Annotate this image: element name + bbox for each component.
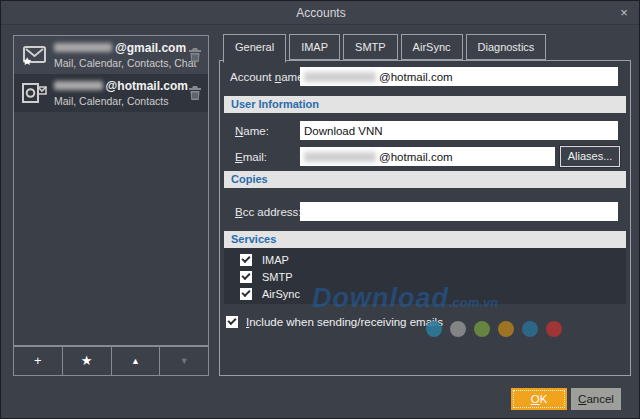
account-email: @gmail.com [54,40,188,55]
smtp-checkbox[interactable] [240,271,252,283]
aliases-button[interactable]: Aliases... [560,146,620,167]
redacted-username [54,43,112,52]
redacted-username [304,72,376,82]
watermark-dot [522,321,538,337]
account-name-input[interactable]: @hotmail.com [300,67,618,86]
dialog-title: Accounts [1,1,640,25]
tab-diagnostics[interactable]: Diagnostics [466,34,547,60]
watermark-dot [498,321,514,337]
tab-airsync[interactable]: AirSync [401,34,463,60]
service-row-smtp: SMTP [224,268,626,285]
email-input[interactable]: @hotmail.com [300,147,555,166]
account-info: @gmail.com Mail, Calendar, Contacts, Cha… [54,40,188,69]
favorite-account-button[interactable]: ★ [62,346,112,376]
airsync-label: AirSync [262,288,300,300]
service-row-imap: IMAP [224,251,626,268]
redacted-username [54,81,103,90]
move-up-button[interactable]: ▲ [111,346,161,376]
accounts-dialog: Accounts × @gmail.com Mail, Calendar, Co… [0,0,640,419]
ok-button[interactable]: OK [511,388,567,410]
section-copies: Copies [224,171,626,188]
gmail-icon [22,44,47,66]
account-name-label: Account name: [230,71,307,83]
airsync-checkbox[interactable] [240,288,252,300]
outlook-icon [22,82,47,104]
smtp-label: SMTP [262,271,293,283]
service-row-airsync: AirSync [224,285,626,302]
name-input[interactable] [300,121,618,140]
name-label: Name: [235,125,269,137]
bcc-address-label: Bcc address: [235,206,301,218]
imap-checkbox[interactable] [240,254,252,266]
redacted-username [304,152,376,162]
watermark-dot [450,321,466,337]
account-row-gmail[interactable]: @gmail.com Mail, Calendar, Contacts, Cha… [14,36,208,74]
delete-account-icon[interactable] [189,86,201,100]
include-row: Include when sending/receiving emails [226,316,443,328]
bcc-address-input[interactable] [300,202,618,221]
section-services: Services [224,231,626,248]
tab-general[interactable]: General [223,34,286,63]
account-list: @gmail.com Mail, Calendar, Contacts, Cha… [13,35,209,346]
title-bar: Accounts × [1,1,640,25]
add-account-button[interactable]: + [13,346,63,376]
delete-account-icon[interactable] [189,48,201,62]
email-label: Email: [235,151,267,163]
move-down-button[interactable]: ▼ [159,346,209,376]
watermark-dot [546,321,562,337]
account-email: @hotmail.com [54,78,188,93]
include-checkbox[interactable] [226,316,238,328]
watermark-dots [426,321,562,337]
general-tab-panel: Account name: @hotmail.com User Informat… [219,60,631,376]
section-user-information: User Information [224,96,626,113]
tab-smtp[interactable]: SMTP [343,34,398,60]
watermark-dot [474,321,490,337]
close-icon[interactable]: × [615,4,633,22]
account-services: Mail, Calendar, Contacts, Chat [54,57,188,69]
cancel-button[interactable]: Cancel [571,388,621,410]
account-info: @hotmail.com Mail, Calendar, Contacts [54,78,188,107]
imap-label: IMAP [262,254,289,266]
tab-imap[interactable]: IMAP [289,34,340,60]
include-label: Include when sending/receiving emails [246,316,443,328]
account-row-hotmail[interactable]: @hotmail.com Mail, Calendar, Contacts [14,74,208,112]
settings-tabs: General IMAP SMTP AirSync Diagnostics [223,34,546,63]
account-services: Mail, Calendar, Contacts [54,95,188,107]
account-list-toolbar: + ★ ▲ ▼ [13,346,209,376]
services-panel: IMAP SMTP AirSync [224,248,626,304]
